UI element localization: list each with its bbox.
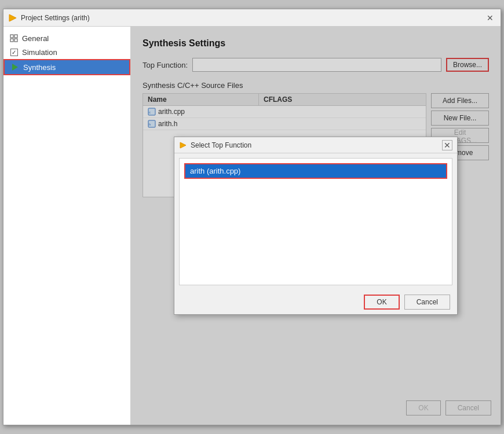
dialog-list-item[interactable]: arith (arith.cpp) <box>184 163 447 179</box>
dialog-close-button[interactable]: ✕ <box>442 140 452 150</box>
dialog-title-left: Select Top Function <box>179 141 251 149</box>
sidebar: General ✓ Simulation Synthesis <box>3 27 131 425</box>
simulation-icon: ✓ <box>9 47 19 57</box>
dialog-title-text: Select Top Function <box>191 141 251 149</box>
svg-rect-4 <box>14 39 17 42</box>
svg-marker-9 <box>180 142 186 148</box>
main-panel: Synthesis Settings Top Function: Browse.… <box>131 27 501 425</box>
dialog-overlay: Select Top Function ✕ arith (arith.cpp) … <box>131 27 501 425</box>
window-title: Project Settings (arith) <box>21 14 90 22</box>
dialog-title-bar: Select Top Function ✕ <box>174 137 457 153</box>
sidebar-item-general[interactable]: General <box>3 31 130 45</box>
main-window: Project Settings (arith) ✕ General <box>3 9 501 425</box>
dialog-ok-button[interactable]: OK <box>364 295 399 310</box>
sidebar-item-synthesis-label: Synthesis <box>23 63 56 72</box>
sidebar-item-synthesis[interactable]: Synthesis <box>3 59 130 75</box>
title-bar: Project Settings (arith) ✕ <box>3 9 501 27</box>
dialog-content: arith (arith.cpp) <box>179 158 452 285</box>
content-area: General ✓ Simulation Synthesis Synthesis… <box>3 27 501 425</box>
select-top-function-dialog: Select Top Function ✕ arith (arith.cpp) … <box>174 137 458 315</box>
general-icon <box>9 34 19 43</box>
synthesis-icon <box>10 62 20 72</box>
svg-marker-0 <box>9 14 16 21</box>
sidebar-item-general-label: General <box>22 34 49 43</box>
sidebar-item-simulation[interactable]: ✓ Simulation <box>3 45 130 59</box>
svg-rect-1 <box>10 35 13 38</box>
svg-rect-3 <box>10 39 13 42</box>
window-close-button[interactable]: ✕ <box>484 13 496 23</box>
dialog-icon <box>179 141 187 149</box>
app-icon <box>8 13 17 23</box>
svg-rect-2 <box>14 35 17 38</box>
sidebar-item-simulation-label: Simulation <box>22 48 57 57</box>
title-bar-left: Project Settings (arith) <box>8 13 90 23</box>
dialog-cancel-button[interactable]: Cancel <box>404 295 450 310</box>
dialog-footer: OK Cancel <box>174 290 457 314</box>
